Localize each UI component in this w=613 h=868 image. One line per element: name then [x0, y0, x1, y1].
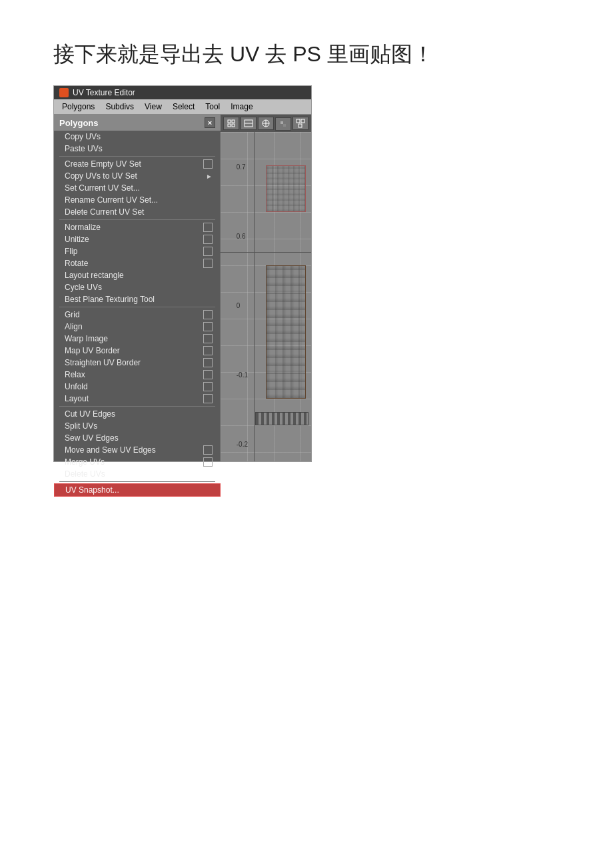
svg-rect-9	[281, 121, 283, 124]
menu-item-layout-rectangle[interactable]: Layout rectangle	[54, 269, 221, 281]
axis-line-vertical	[254, 132, 255, 461]
menu-item-straighten-uv-border[interactable]: Straighten UV Border	[54, 357, 221, 369]
window-title: UV Texture Editor	[73, 88, 135, 97]
rotate-icon	[203, 259, 213, 268]
axis-line-horizontal	[221, 252, 311, 253]
svg-rect-3	[232, 124, 235, 127]
menu-item-set-current-uv-set[interactable]: Set Current UV Set...	[54, 182, 221, 194]
dropdown-header-label: Polygons	[59, 118, 99, 128]
menu-item-warp-image[interactable]: Warp Image	[54, 333, 221, 345]
page-container: 接下来就是导出去 UV 去 PS 里画贴图！ UV Texture Editor…	[0, 0, 613, 489]
map-uv-border-icon	[203, 346, 213, 355]
menu-item-cycle-uvs[interactable]: Cycle UVs	[54, 281, 221, 293]
menu-item-rename-current-uv-set[interactable]: Rename Current UV Set...	[54, 194, 221, 206]
arrow-icon: ►	[206, 173, 213, 180]
toolbar-btn-5[interactable]	[293, 117, 308, 130]
menu-item-delete-uvs[interactable]: Delete UVs	[54, 468, 221, 480]
menu-tool[interactable]: Tool	[200, 101, 225, 113]
mesh-box-top	[266, 165, 306, 212]
align-icon	[203, 322, 213, 331]
dropdown-close-button[interactable]: ×	[205, 117, 215, 128]
svg-rect-2	[228, 124, 231, 127]
title-bar: UV Texture Editor	[54, 86, 311, 99]
screenshot-wrapper: UV Texture Editor Polygons Subdivs View …	[53, 85, 312, 462]
menu-item-flip[interactable]: Flip	[54, 245, 221, 257]
menu-item-merge-uvs[interactable]: Merge UVs	[54, 456, 221, 468]
create-empty-uv-set-icon	[203, 159, 213, 169]
flip-icon	[203, 247, 213, 256]
divider-4	[59, 406, 215, 407]
menu-item-layout[interactable]: Layout	[54, 393, 221, 405]
viewport-content: 0.7 0.6 0 -0.1 -0.2	[221, 132, 311, 461]
grid-icon	[203, 310, 213, 319]
mesh-box-bottom	[266, 265, 306, 399]
page-heading: 接下来就是导出去 UV 去 PS 里画贴图！	[53, 40, 560, 69]
svg-rect-10	[283, 124, 286, 127]
toolbar-btn-2[interactable]	[241, 117, 257, 130]
svg-rect-11	[297, 119, 300, 123]
menu-image[interactable]: Image	[225, 101, 258, 113]
dropdown-panel: Polygons × Copy UVs Paste UVs Create Emp…	[54, 115, 221, 461]
menu-item-sew-uv-edges[interactable]: Sew UV Edges	[54, 432, 221, 444]
divider-2	[59, 219, 215, 220]
straighten-uv-border-icon	[203, 358, 213, 367]
menu-item-split-uvs[interactable]: Split UVs	[54, 420, 221, 432]
divider-3	[59, 307, 215, 307]
toolbar-btn-4[interactable]	[275, 117, 291, 131]
menu-view[interactable]: View	[139, 101, 167, 113]
svg-rect-0	[228, 120, 231, 123]
toolbar-btn-3[interactable]	[258, 117, 274, 130]
divider-1	[59, 156, 215, 157]
viewport-toolbar	[221, 115, 311, 132]
menu-select[interactable]: Select	[167, 101, 200, 113]
main-area: Polygons × Copy UVs Paste UVs Create Emp…	[54, 115, 311, 461]
polygons-header: Polygons ×	[54, 115, 221, 131]
relax-icon	[203, 370, 213, 379]
merge-uvs-icon	[203, 457, 213, 467]
move-sew-icon	[203, 445, 213, 455]
menu-item-normalize[interactable]: Normalize	[54, 221, 221, 233]
menu-item-copy-uvs-to-uv-set[interactable]: Copy UVs to UV Set ►	[54, 170, 221, 182]
menu-item-map-uv-border[interactable]: Map UV Border	[54, 345, 221, 357]
menu-item-rotate[interactable]: Rotate	[54, 257, 221, 269]
window-icon	[59, 88, 69, 97]
menu-item-move-sew-uv-edges[interactable]: Move and Sew UV Edges	[54, 444, 221, 456]
menu-polygons[interactable]: Polygons	[57, 101, 100, 113]
menu-item-align[interactable]: Align	[54, 321, 221, 333]
warp-image-icon	[203, 334, 213, 343]
viewport-panel: 0.7 0.6 0 -0.1 -0.2	[221, 115, 311, 461]
svg-rect-12	[301, 119, 305, 123]
unitize-icon	[203, 235, 213, 244]
menu-item-paste-uvs[interactable]: Paste UVs	[54, 143, 221, 155]
striped-element	[255, 412, 308, 425]
menu-item-best-plane-texturing-tool[interactable]: Best Plane Texturing Tool	[54, 293, 221, 305]
menu-item-cut-uv-edges[interactable]: Cut UV Edges	[54, 408, 221, 420]
menu-bar: Polygons Subdivs View Select Tool Image	[54, 99, 311, 115]
divider-5	[59, 481, 215, 482]
menu-subdivs[interactable]: Subdivs	[100, 101, 139, 113]
toolbar-btn-1[interactable]	[223, 117, 239, 130]
svg-rect-13	[299, 124, 302, 127]
menu-item-relax[interactable]: Relax	[54, 369, 221, 381]
menu-item-copy-uvs[interactable]: Copy UVs	[54, 131, 221, 143]
menu-item-unitize[interactable]: Unitize	[54, 233, 221, 245]
menu-item-uv-snapshot[interactable]: UV Snapshot...	[54, 483, 221, 497]
normalize-icon	[203, 223, 213, 232]
unfold-icon	[203, 382, 213, 391]
menu-item-unfold[interactable]: Unfold	[54, 381, 221, 393]
layout-icon	[203, 394, 213, 403]
menu-item-delete-current-uv-set[interactable]: Delete Current UV Set	[54, 206, 221, 218]
menu-item-create-empty-uv-set[interactable]: Create Empty UV Set	[54, 158, 221, 170]
menu-item-grid[interactable]: Grid	[54, 309, 221, 321]
svg-rect-1	[232, 120, 235, 123]
